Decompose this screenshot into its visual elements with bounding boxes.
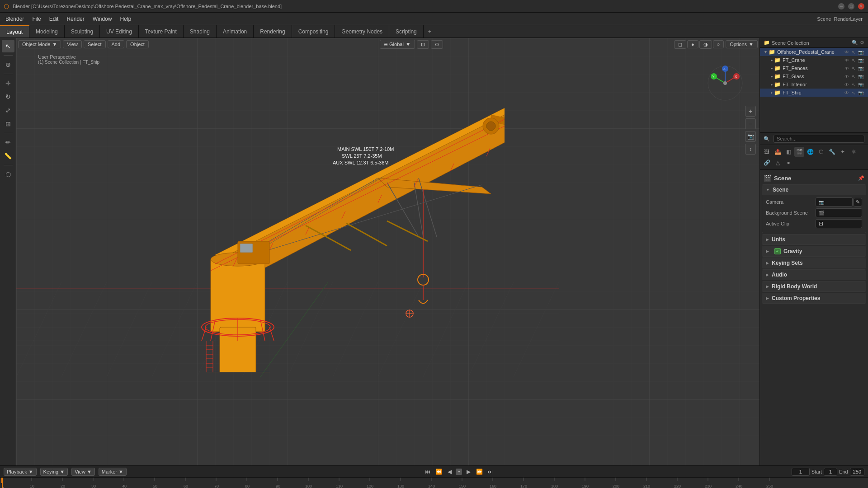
scene-props-tab[interactable]: 🎬 — [794, 147, 804, 157]
viewport-mode-button[interactable]: Object Mode ▼ — [18, 40, 61, 48]
tab-animation[interactable]: Animation — [217, 25, 254, 38]
render-btn-5[interactable]: 📷 — [857, 90, 864, 96]
rotate-tool-button[interactable]: ↻ — [2, 90, 14, 103]
gravity-section-header[interactable]: ▶ ✓ Gravity — [762, 246, 866, 256]
properties-search-input[interactable] — [774, 135, 864, 143]
solid-mode-button[interactable]: ● — [687, 40, 698, 48]
view-layer-props-tab[interactable]: ◧ — [783, 147, 793, 157]
select-btn-2[interactable]: ↖ — [851, 66, 856, 71]
select-tool-button[interactable]: ↖ — [2, 40, 14, 52]
tab-modeling[interactable]: Modeling — [29, 25, 65, 38]
outliner-item-3[interactable]: ▸ 📁 FT_Glass 👁 ↖ 📷 — [760, 72, 868, 80]
add-workspace-button[interactable]: + — [424, 25, 436, 38]
render-btn-3[interactable]: 📷 — [857, 74, 864, 80]
outliner-filter-icon[interactable]: ⚙ — [860, 40, 864, 46]
select-btn-4[interactable]: ↖ — [851, 82, 856, 88]
next-frame-button[interactable]: ⏩ — [475, 467, 484, 476]
scale-tool-button[interactable]: ⤢ — [2, 104, 14, 117]
visibility-btn-1[interactable]: 👁 — [844, 57, 850, 63]
output-props-tab[interactable]: 📤 — [773, 147, 783, 157]
end-frame-field[interactable]: 250 — [850, 468, 864, 476]
view-menu[interactable]: View ▼ — [71, 468, 95, 476]
material-props-tab[interactable]: ● — [783, 158, 793, 168]
close-button[interactable]: ✕ — [858, 3, 864, 9]
camera-view-button[interactable]: 📷 — [745, 131, 756, 142]
cursor-tool-button[interactable]: ⊕ — [2, 58, 14, 71]
zoom-in-button[interactable]: + — [745, 106, 756, 117]
zoom-out-button[interactable]: − — [745, 118, 756, 129]
tab-uv-editing[interactable]: UV Editing — [100, 25, 139, 38]
viewport-object-button[interactable]: Object — [126, 40, 149, 48]
move-tool-button[interactable]: ✛ — [2, 77, 14, 89]
tab-layout[interactable]: Layout — [0, 25, 29, 38]
keying-menu[interactable]: Keying ▼ — [40, 468, 68, 476]
playback-menu[interactable]: Playback ▼ — [4, 468, 37, 476]
play-back-button[interactable]: ◀ — [445, 467, 454, 476]
render-btn-2[interactable]: 📷 — [857, 66, 864, 71]
outliner-item-2[interactable]: ▸ 📁 FT_Fences 👁 ↖ 📷 — [760, 64, 868, 72]
visibility-btn-5[interactable]: 👁 — [844, 90, 850, 96]
outliner-item-5[interactable]: ▸ 📁 FT_Ship 👁 ↖ 📷 — [760, 89, 868, 97]
render-btn-0[interactable]: 📷 — [857, 49, 864, 55]
measure-tool-button[interactable]: 📏 — [2, 150, 14, 162]
viewport-select-button[interactable]: Select — [84, 40, 106, 48]
menu-help[interactable]: Help — [116, 15, 135, 23]
add-cube-button[interactable]: ⬡ — [2, 168, 14, 181]
constraints-props-tab[interactable]: 🔗 — [762, 158, 772, 168]
tab-scripting[interactable]: Scripting — [389, 25, 424, 38]
viewport[interactable]: Object Mode ▼ View Select Add Object ⊕ G… — [16, 38, 760, 465]
minimize-button[interactable]: ─ — [838, 3, 844, 9]
data-props-tab[interactable]: △ — [773, 158, 783, 168]
audio-section-header[interactable]: ▶ Audio — [762, 270, 866, 280]
timeline-ruler[interactable]: 1 10 20 30 40 50 60 70 80 90 1 — [0, 478, 868, 488]
menu-window[interactable]: Window — [89, 15, 116, 23]
render-props-tab[interactable]: 🖼 — [762, 147, 772, 157]
render-btn-4[interactable]: 📷 — [857, 82, 864, 88]
tab-texture-paint[interactable]: Texture Paint — [139, 25, 184, 38]
current-frame-field[interactable]: 1 — [792, 468, 810, 476]
background-scene-field[interactable]: 🎬 — [816, 208, 862, 217]
menu-file[interactable]: File — [28, 15, 44, 23]
camera-value-field[interactable]: 📷 — [816, 197, 853, 206]
material-mode-button[interactable]: ◑ — [699, 40, 712, 49]
menu-blender[interactable]: Blender — [2, 15, 28, 23]
props-pin-icon[interactable]: 📌 — [858, 175, 864, 181]
render-btn-1[interactable]: 📷 — [857, 57, 864, 63]
active-clip-field[interactable]: 🎞 — [816, 219, 862, 228]
outliner-item-0[interactable]: ▼ 📁 Offshore_Pedestal_Crane 👁 ↖ 📷 — [760, 48, 868, 56]
visibility-btn-2[interactable]: 👁 — [844, 66, 850, 71]
stop-button[interactable]: ● — [456, 469, 462, 475]
tab-compositing[interactable]: Compositing — [292, 25, 335, 38]
gravity-checkbox[interactable]: ✓ — [774, 248, 781, 254]
select-btn-3[interactable]: ↖ — [851, 74, 856, 80]
custom-props-header[interactable]: ▶ Custom Properties — [762, 293, 866, 303]
viewport-view-button[interactable]: View — [63, 40, 82, 48]
outliner-search-icon[interactable]: 🔍 — [852, 40, 858, 46]
wireframe-mode-button[interactable]: ◻ — [674, 40, 686, 49]
proportional-edit-button[interactable]: ⊙ — [431, 40, 443, 49]
annotate-tool-button[interactable]: ✏ — [2, 136, 14, 149]
jump-start-button[interactable]: ⏮ — [423, 467, 432, 476]
object-props-tab[interactable]: ⬡ — [816, 147, 826, 157]
keying-sets-header[interactable]: ▶ Keying Sets — [762, 258, 866, 268]
viewport-add-button[interactable]: Add — [108, 40, 125, 48]
play-button[interactable]: ▶ — [464, 467, 473, 476]
tab-rendering[interactable]: Rendering — [254, 25, 292, 38]
menu-render[interactable]: Render — [63, 15, 88, 23]
viewport-options-button[interactable]: Options ▼ — [726, 40, 758, 48]
start-frame-field[interactable]: 1 — [824, 468, 837, 476]
jump-end-button[interactable]: ⏭ — [486, 467, 495, 476]
marker-menu[interactable]: Marker ▼ — [99, 468, 127, 476]
world-props-tab[interactable]: 🌐 — [805, 147, 815, 157]
prev-frame-button[interactable]: ⏪ — [434, 467, 443, 476]
physics-props-tab[interactable]: ⚛ — [849, 147, 859, 157]
select-btn-1[interactable]: ↖ — [851, 57, 856, 63]
scene-section-header[interactable]: ▼ Scene — [762, 185, 866, 195]
navigation-gizmo[interactable]: X Y Z — [707, 65, 743, 101]
rendered-mode-button[interactable]: ○ — [713, 40, 724, 48]
modifier-props-tab[interactable]: 🔧 — [827, 147, 837, 157]
select-btn-5[interactable]: ↖ — [851, 90, 856, 96]
menu-edit[interactable]: Edit — [46, 15, 62, 23]
maximize-button[interactable]: □ — [848, 3, 854, 9]
tab-sculpting[interactable]: Sculpting — [65, 25, 100, 38]
